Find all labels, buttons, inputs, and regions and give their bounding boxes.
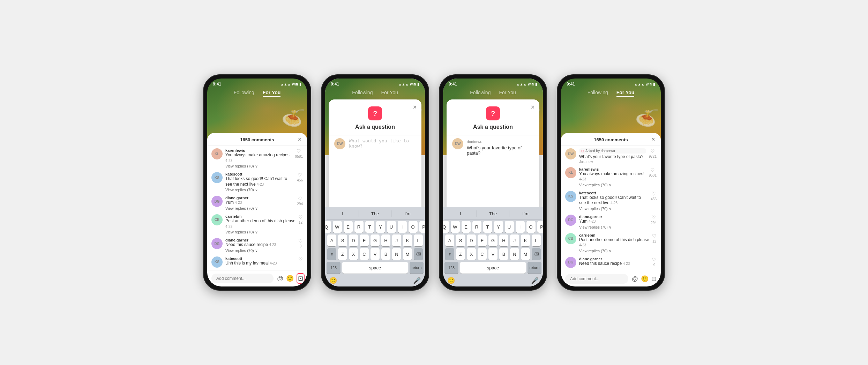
- view-replies-5[interactable]: View replies (70) ∨: [225, 248, 295, 253]
- key-l[interactable]: L: [414, 234, 423, 246]
- key-123-3[interactable]: 123: [444, 262, 458, 274]
- key-y[interactable]: Y: [376, 221, 385, 233]
- key-d[interactable]: D: [349, 234, 358, 246]
- question-icon-4[interactable]: ⊡: [651, 275, 657, 283]
- heart-icon-5[interactable]: ♡: [298, 238, 303, 244]
- key-m-3[interactable]: M: [521, 248, 530, 260]
- key-t-3[interactable]: T: [483, 221, 492, 233]
- emoji-icon-1[interactable]: 🙂: [286, 275, 294, 282]
- key-z[interactable]: Z: [338, 248, 347, 260]
- key-p-3[interactable]: P: [537, 221, 543, 233]
- view-replies-4-1[interactable]: View replies (70) ∨: [579, 183, 646, 187]
- at-icon-1[interactable]: @: [277, 275, 283, 282]
- key-return[interactable]: return: [410, 262, 424, 274]
- emoji-kb-icon-3[interactable]: 🙂: [447, 277, 455, 284]
- key-q[interactable]: Q: [325, 221, 331, 233]
- modal-close-3[interactable]: ×: [531, 104, 534, 111]
- key-y-3[interactable]: Y: [494, 221, 503, 233]
- key-z-3[interactable]: Z: [456, 248, 465, 260]
- view-replies-4-2[interactable]: View replies (70) ∨: [579, 207, 648, 211]
- key-i-3[interactable]: I: [516, 221, 525, 233]
- modal-close-2[interactable]: ×: [413, 104, 417, 111]
- close-comments-1[interactable]: ×: [298, 136, 301, 142]
- key-o-3[interactable]: O: [526, 221, 536, 233]
- comments-list-1[interactable]: KL karenlewis You always make amazing re…: [207, 146, 307, 270]
- heart-icon-3[interactable]: ♡: [298, 196, 302, 201]
- question-input-2[interactable]: [349, 138, 416, 159]
- key-x-3[interactable]: X: [467, 248, 476, 260]
- key-g-3[interactable]: G: [488, 234, 497, 246]
- question-icon-1[interactable]: ⊡: [297, 273, 305, 284]
- key-r-3[interactable]: R: [472, 221, 481, 233]
- key-w-3[interactable]: W: [451, 221, 460, 233]
- view-replies-4-4[interactable]: View replies (70) ∨: [579, 249, 649, 253]
- tab-for-you-2[interactable]: For You: [381, 90, 398, 95]
- key-e-3[interactable]: E: [462, 221, 471, 233]
- key-u[interactable]: U: [387, 221, 396, 233]
- key-f[interactable]: F: [360, 234, 369, 246]
- key-b-3[interactable]: B: [499, 248, 508, 260]
- key-j-3[interactable]: J: [510, 234, 519, 246]
- key-c[interactable]: C: [360, 248, 369, 260]
- tab-following-2[interactable]: Following: [352, 90, 373, 95]
- question-text-3[interactable]: What's your favorite type of pasta?: [467, 145, 534, 156]
- key-i[interactable]: I: [398, 221, 407, 233]
- comment-input-4[interactable]: [565, 274, 628, 284]
- key-j[interactable]: J: [392, 234, 401, 246]
- heart-icon-6[interactable]: ♡: [298, 256, 303, 262]
- key-x[interactable]: X: [349, 248, 358, 260]
- tab-following-3[interactable]: Following: [470, 90, 491, 95]
- view-replies-4-3[interactable]: View replies (70) ∨: [579, 225, 648, 230]
- key-v-3[interactable]: V: [488, 248, 497, 260]
- key-c-3[interactable]: C: [478, 248, 487, 260]
- heart-icon-1[interactable]: ♡: [297, 148, 301, 154]
- key-w[interactable]: W: [333, 221, 342, 233]
- key-a[interactable]: A: [327, 234, 336, 246]
- key-u-3[interactable]: U: [505, 221, 514, 233]
- tab-for-you-4[interactable]: For You: [616, 90, 635, 97]
- tab-following-1[interactable]: Following: [234, 90, 254, 97]
- suggestion-the-2[interactable]: The: [359, 210, 391, 217]
- key-backspace-3[interactable]: ⌫: [532, 248, 541, 260]
- key-shift-3[interactable]: ⇧: [445, 248, 454, 260]
- view-replies-4[interactable]: View replies (70) ∨: [225, 230, 295, 234]
- heart-icon-4-4[interactable]: ♡: [652, 233, 657, 239]
- key-m[interactable]: M: [403, 248, 412, 260]
- key-123[interactable]: 123: [327, 262, 341, 274]
- heart-icon-4-3[interactable]: ♡: [651, 215, 656, 220]
- heart-icon-4[interactable]: ♡: [298, 214, 303, 220]
- tab-for-you-3[interactable]: For You: [499, 90, 516, 95]
- key-h[interactable]: H: [381, 234, 390, 246]
- key-e[interactable]: E: [344, 221, 353, 233]
- key-k[interactable]: K: [403, 234, 412, 246]
- suggestion-i-2[interactable]: I: [327, 210, 359, 217]
- view-replies-2[interactable]: View replies (70) ∨: [225, 188, 294, 192]
- key-s-3[interactable]: S: [456, 234, 465, 246]
- tab-following-4[interactable]: Following: [588, 90, 608, 97]
- key-b[interactable]: B: [381, 248, 390, 260]
- key-o[interactable]: O: [409, 221, 418, 233]
- key-n-3[interactable]: N: [510, 248, 519, 260]
- view-replies-3[interactable]: View replies (70) ∨: [225, 206, 294, 211]
- heart-icon-2[interactable]: ♡: [298, 172, 302, 178]
- key-s[interactable]: S: [338, 234, 347, 246]
- at-icon-4[interactable]: @: [632, 275, 638, 283]
- key-a-3[interactable]: A: [445, 234, 454, 246]
- key-f-3[interactable]: F: [478, 234, 487, 246]
- tab-for-you-1[interactable]: For You: [263, 90, 281, 97]
- view-replies-1[interactable]: View replies (70) ∨: [225, 164, 292, 169]
- mic-kb-icon-3[interactable]: 🎤: [531, 277, 539, 284]
- comment-input-1[interactable]: [211, 274, 274, 283]
- heart-icon-4-5[interactable]: ♡: [652, 257, 657, 262]
- suggestion-the-3[interactable]: The: [477, 210, 509, 217]
- suggestion-im-3[interactable]: I'm: [509, 210, 541, 217]
- key-l-3[interactable]: L: [532, 234, 541, 246]
- key-g[interactable]: G: [371, 234, 380, 246]
- suggestion-im-2[interactable]: I'm: [391, 210, 424, 217]
- mic-kb-icon-2[interactable]: 🎤: [413, 277, 421, 284]
- key-p[interactable]: P: [419, 221, 425, 233]
- key-v[interactable]: V: [371, 248, 380, 260]
- key-d-3[interactable]: D: [467, 234, 476, 246]
- key-return-3[interactable]: return: [527, 262, 541, 274]
- emoji-icon-4[interactable]: 🙂: [641, 275, 649, 283]
